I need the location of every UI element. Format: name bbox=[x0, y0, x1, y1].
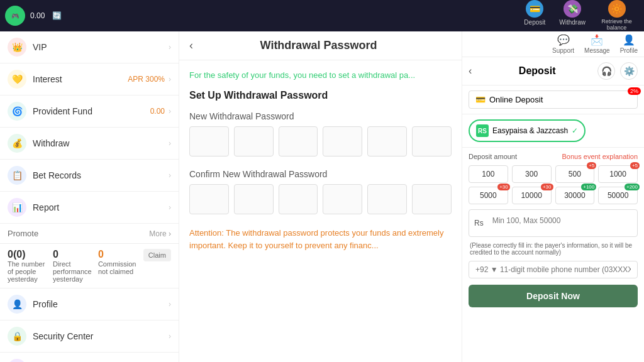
withdrawal-title: Withdrawal Password bbox=[201, 39, 452, 52]
sidebar-item-withdraw[interactable]: 💰 Withdraw › bbox=[0, 128, 179, 160]
retrieve-button[interactable]: 🔆 Retrieve the balance bbox=[594, 0, 639, 33]
sidebar: 👑 VIP › 💛 Interest APR 300% › 🌀 Providen… bbox=[0, 31, 179, 362]
amount-badge-1000: +5 bbox=[630, 162, 640, 169]
pin-input-4[interactable] bbox=[323, 126, 362, 156]
withdrawal-panel: ‹ Withdrawal Password For the safety of … bbox=[179, 31, 462, 362]
withdraw-button[interactable]: 💸 Withdraw bbox=[554, 0, 591, 33]
easypaisa-jazzcash-button[interactable]: RS Easypaisa & Jazzcash ✓ bbox=[469, 119, 586, 142]
amount-5000[interactable]: +30 5000 bbox=[469, 187, 508, 204]
amount-300[interactable]: 300 bbox=[512, 165, 552, 183]
support-item[interactable]: 💬 Support bbox=[552, 34, 574, 54]
sidebar-item-profile[interactable]: 👤 Profile › bbox=[0, 288, 179, 321]
pin-input-6[interactable] bbox=[412, 126, 452, 156]
top-actions: 💳 Deposit 💸 Withdraw 🔆 Retrieve the bala… bbox=[519, 0, 639, 33]
confirm-pin-4[interactable] bbox=[323, 184, 362, 214]
amount-50000[interactable]: +200 50000 bbox=[598, 187, 638, 204]
phone-input[interactable] bbox=[469, 261, 638, 278]
deposit-now-button[interactable]: Deposit Now bbox=[469, 285, 638, 307]
payment-method-icon: RS bbox=[476, 124, 489, 137]
confirm-pin-2[interactable] bbox=[234, 184, 274, 214]
deposit-title: Deposit bbox=[477, 65, 597, 77]
sidebar-item-security[interactable]: 🔒 Security Center › bbox=[0, 321, 179, 353]
promote-row: 0(0) The number of people yesterday 0 Di… bbox=[8, 249, 171, 283]
pin-input-1[interactable] bbox=[189, 126, 229, 156]
message-item[interactable]: 📩 Message bbox=[584, 34, 610, 54]
confirm-password-inputs bbox=[189, 184, 452, 214]
headset-icon[interactable]: 🎧 bbox=[597, 62, 615, 80]
amount-100[interactable]: 100 bbox=[469, 165, 508, 183]
sidebar-item-vip[interactable]: 👑 VIP › bbox=[0, 31, 179, 63]
deposit-header: ‹ Deposit 🎧 ⚙️ bbox=[462, 57, 644, 85]
sidebar-item-interest[interactable]: 💛 Interest APR 300% › bbox=[0, 63, 179, 96]
report-icon: 📊 bbox=[8, 198, 26, 217]
amount-30000[interactable]: +100 30000 bbox=[555, 187, 595, 204]
amount-input[interactable] bbox=[486, 212, 632, 229]
pin-input-3[interactable] bbox=[279, 126, 318, 156]
profile-icon: 👤 bbox=[8, 295, 26, 314]
settings-icon[interactable]: ⚙️ bbox=[620, 62, 638, 80]
back-button[interactable]: ‹ bbox=[189, 39, 193, 52]
chevron-icon: › bbox=[169, 139, 171, 148]
sidebar-item-bet-records[interactable]: 📋 Bet Records › bbox=[0, 160, 179, 192]
message-bar-icon: 📩 bbox=[591, 34, 603, 46]
amount-10000[interactable]: +30 10000 bbox=[512, 187, 552, 204]
deposit-button[interactable]: 💳 Deposit bbox=[519, 0, 550, 33]
online-deposit-tab[interactable]: 💳 Online Deposit 2% bbox=[469, 90, 638, 109]
new-password-inputs bbox=[189, 126, 452, 156]
sidebar-item-provident[interactable]: 🌀 Provident Fund 0.00 › bbox=[0, 96, 179, 128]
more-link[interactable]: More › bbox=[149, 229, 171, 238]
claim-button[interactable]: Claim bbox=[143, 249, 171, 261]
amount-500[interactable]: +5 500 bbox=[555, 165, 595, 183]
chevron-icon: › bbox=[169, 171, 171, 180]
interest-icon: 💛 bbox=[8, 70, 26, 89]
amount-badge-500: +5 bbox=[587, 162, 596, 169]
profile-bar-icon: 👤 bbox=[623, 34, 635, 46]
balance-amount: 0.00 bbox=[30, 11, 45, 20]
setup-title: Set Up Withdrawal Password bbox=[189, 90, 452, 101]
deposit-back-button[interactable]: ‹ bbox=[469, 65, 472, 77]
amount-grid: 100 300 +5 500 +5 1000 +30 5000 +30 1000… bbox=[469, 165, 638, 204]
confirm-password-label: Confirm New Withdrawal Password bbox=[189, 169, 452, 179]
provident-icon: 🌀 bbox=[8, 102, 26, 121]
deposit-label-row: Deposit amount Bonus event explanation bbox=[469, 153, 638, 160]
deposit-tabs: 💳 Online Deposit 2% bbox=[462, 85, 644, 114]
deposit-amounts: Deposit amount Bonus event explanation 1… bbox=[462, 148, 644, 312]
promote-commission: 0 Commission not claimed bbox=[98, 249, 138, 275]
refresh-icon[interactable]: 🔄 bbox=[52, 11, 62, 20]
chevron-icon: › bbox=[169, 75, 171, 84]
deposit-header-icons: 🎧 ⚙️ bbox=[597, 62, 638, 80]
chevron-icon: › bbox=[169, 43, 171, 52]
sidebar-item-report[interactable]: 📊 Report › bbox=[0, 192, 179, 224]
new-password-label: New Withdrawal Password bbox=[189, 111, 452, 121]
confirm-pin-1[interactable] bbox=[189, 184, 229, 214]
support-bar-icon: 💬 bbox=[557, 34, 570, 46]
amount-1000[interactable]: +5 1000 bbox=[598, 165, 638, 183]
deposit-panel: 💬 Support 📩 Message 👤 Profile ‹ Deposit … bbox=[462, 31, 644, 362]
withdrawal-content: For the safety of your funds, you need t… bbox=[179, 60, 462, 261]
checkmark-icon: ✓ bbox=[572, 126, 578, 135]
profile-item[interactable]: 👤 Profile bbox=[620, 34, 638, 54]
online-deposit-tab-icon: 💳 bbox=[475, 95, 486, 104]
chevron-icon: › bbox=[169, 203, 171, 212]
deposit-note: (Please correctly fill in: the payer's i… bbox=[469, 242, 638, 256]
pin-input-2[interactable] bbox=[234, 126, 274, 156]
pin-input-5[interactable] bbox=[367, 126, 407, 156]
new-password-section: New Withdrawal Password bbox=[189, 111, 452, 156]
confirm-pin-5[interactable] bbox=[367, 184, 407, 214]
amount-prefix: Rs bbox=[474, 219, 484, 228]
amount-badge-10000: +30 bbox=[541, 184, 553, 190]
withdraw-icon: 💸 bbox=[564, 0, 581, 18]
app-logo: 🎮 bbox=[5, 6, 25, 26]
top-nav: 🎮 0.00 🔄 💳 Deposit 💸 Withdraw 🔆 Retrieve… bbox=[0, 0, 644, 31]
support-bar: 💬 Support 📩 Message 👤 Profile bbox=[462, 31, 644, 57]
amount-badge-50000: +200 bbox=[625, 184, 640, 190]
online-deposit-badge: 2% bbox=[628, 87, 641, 95]
sidebar-item-music[interactable]: 🎵 Music › bbox=[0, 353, 179, 362]
retrieve-icon: 🔆 bbox=[608, 0, 626, 18]
confirm-pin-6[interactable] bbox=[412, 184, 452, 214]
promote-people: 0(0) The number of people yesterday bbox=[8, 249, 48, 283]
chevron-icon: › bbox=[169, 300, 171, 309]
confirm-pin-3[interactable] bbox=[279, 184, 318, 214]
deposit-icon: 💳 bbox=[526, 0, 543, 18]
withdraw-menu-icon: 💰 bbox=[8, 134, 26, 153]
